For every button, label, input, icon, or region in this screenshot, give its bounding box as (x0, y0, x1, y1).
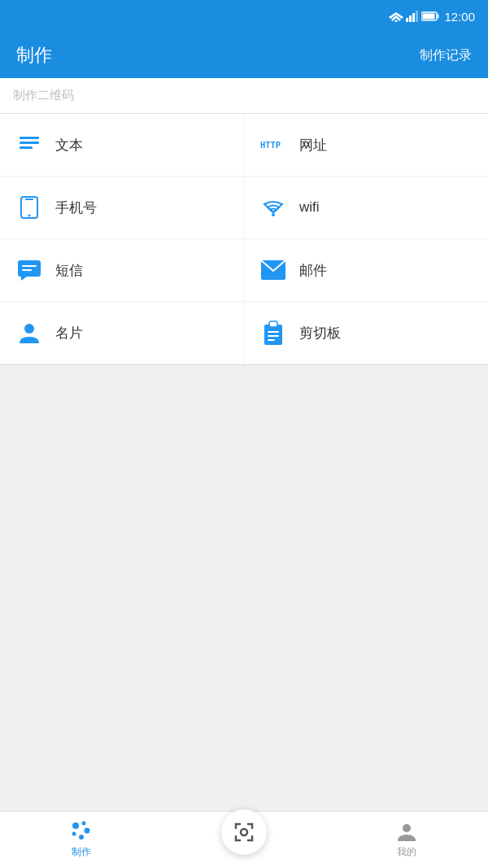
menu-item-vcard-label: 名片 (55, 324, 83, 342)
svg-rect-3 (406, 18, 408, 22)
menu-item-clipboard[interactable]: 剪切板 (244, 302, 488, 364)
nav-item-create[interactable]: 制作 (0, 812, 163, 868)
menu-item-url-label: 网址 (299, 136, 327, 155)
svg-rect-15 (25, 198, 33, 200)
menu-grid: 文本 HTTP 网址 手机号 (0, 114, 488, 365)
svg-rect-11 (20, 142, 39, 144)
svg-rect-20 (22, 269, 32, 271)
svg-point-34 (241, 829, 247, 835)
sms-icon (16, 257, 42, 283)
svg-text:HTTP: HTTP (260, 140, 281, 150)
svg-rect-12 (20, 146, 33, 149)
menu-item-email-label: 邮件 (299, 261, 327, 280)
signal-icons (389, 11, 439, 22)
app-header: 制作 制作记录 (0, 33, 488, 78)
email-icon (260, 257, 286, 283)
menu-item-phone[interactable]: 手机号 (0, 177, 244, 239)
svg-rect-19 (22, 265, 37, 267)
page-title: 制作 (16, 43, 52, 68)
svg-rect-18 (18, 260, 41, 277)
svg-rect-28 (268, 339, 275, 341)
bottom-nav: 制作 我的 (0, 811, 488, 868)
status-bar: 12:00 (0, 0, 488, 33)
svg-rect-26 (268, 331, 279, 333)
status-time: 12:00 (444, 10, 475, 24)
nav-profile-label: 我的 (397, 845, 416, 859)
menu-item-wifi[interactable]: wifi (244, 177, 488, 239)
svg-point-29 (72, 822, 79, 829)
search-placeholder: 制作二维码 (13, 88, 74, 103)
svg-point-16 (28, 215, 31, 217)
phone-icon (16, 194, 42, 220)
menu-item-wifi-label: wifi (299, 199, 320, 216)
svg-point-33 (72, 832, 76, 836)
nav-item-profile[interactable]: 我的 (325, 812, 488, 868)
menu-item-sms-label: 短信 (55, 261, 83, 280)
nav-create-label: 制作 (72, 845, 91, 859)
svg-rect-6 (416, 11, 418, 22)
svg-point-35 (403, 824, 411, 832)
menu-item-url[interactable]: HTTP 网址 (244, 114, 488, 177)
menu-item-text[interactable]: 文本 (0, 114, 244, 177)
menu-item-phone-label: 手机号 (55, 198, 97, 217)
vcard-icon (16, 320, 42, 346)
svg-rect-5 (412, 13, 415, 22)
svg-point-31 (85, 828, 90, 834)
search-bar[interactable]: 制作二维码 (0, 78, 488, 114)
svg-point-2 (395, 20, 398, 23)
svg-point-30 (82, 822, 86, 826)
svg-rect-8 (438, 15, 439, 19)
text-icon (16, 132, 42, 158)
svg-point-32 (79, 835, 84, 840)
menu-item-sms[interactable]: 短信 (0, 239, 244, 302)
svg-point-23 (24, 324, 34, 334)
svg-rect-27 (268, 335, 279, 337)
scan-button[interactable] (221, 809, 267, 855)
menu-item-text-label: 文本 (55, 136, 83, 155)
svg-rect-9 (423, 14, 435, 20)
menu-item-vcard[interactable]: 名片 (0, 302, 244, 364)
nav-item-scan[interactable] (163, 812, 325, 868)
svg-marker-21 (21, 277, 27, 281)
svg-rect-10 (20, 137, 39, 139)
menu-item-email[interactable]: 邮件 (244, 239, 488, 302)
clipboard-icon (260, 320, 286, 346)
http-icon: HTTP (260, 132, 286, 158)
menu-item-clipboard-label: 剪切板 (299, 324, 341, 342)
svg-rect-4 (409, 15, 412, 22)
wifi-icon (260, 194, 286, 220)
svg-rect-25 (269, 321, 277, 327)
content-area (0, 365, 488, 821)
svg-point-17 (272, 213, 275, 216)
history-button[interactable]: 制作记录 (420, 47, 472, 64)
